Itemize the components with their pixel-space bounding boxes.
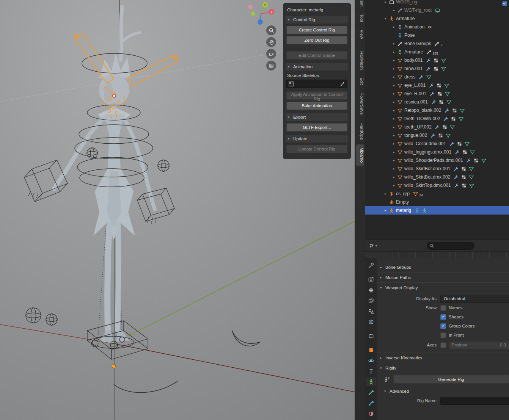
3d-viewport[interactable]: Y X Character: metarig ▾ Control Rig Cre… — [0, 0, 355, 420]
zero-out-rig-button[interactable]: Zero Out Rig — [286, 36, 347, 44]
outliner-row[interactable]: ▸teeth_UP.002 — [365, 123, 509, 131]
disclosure-closed-icon[interactable]: ▸ — [391, 183, 397, 187]
disclosure-closed-icon[interactable]: ▸ — [383, 0, 388, 4]
disclosure-open-icon[interactable]: ▾ — [383, 17, 388, 20]
disclosure-closed-icon[interactable]: ▸ — [383, 192, 388, 196]
disclosure-closed-icon[interactable]: ▸ — [391, 142, 397, 146]
tab-item[interactable]: Item — [356, 0, 364, 9]
generate-rig-button[interactable]: Generate Rig — [393, 375, 509, 384]
gizmo-z-ball[interactable] — [258, 19, 263, 25]
outliner-row[interactable]: ▸willo_SkirtBot.dmx.002 — [365, 173, 509, 181]
properties-tab-bone[interactable] — [366, 388, 376, 397]
disclosure-closed-icon[interactable]: ▸ — [391, 117, 397, 121]
properties-tab-bone-constraint[interactable] — [366, 398, 376, 407]
panel-motion-paths[interactable]: ▸ Motion Paths — [377, 272, 509, 282]
panel-inverse-kinematics[interactable]: ▸ Inverse Kinematics — [377, 353, 509, 363]
properties-tab-view-layer[interactable] — [366, 296, 376, 305]
disclosure-closed-icon[interactable]: ▸ — [383, 208, 388, 212]
disclosure-closed-icon[interactable]: ▸ — [391, 42, 397, 45]
outliner-row[interactable]: ▸body.001 — [365, 56, 509, 64]
disclosure-closed-icon[interactable]: ▸ — [391, 83, 397, 87]
disclosure-closed-icon[interactable]: ▸ — [391, 125, 397, 129]
group-colors-checkbox[interactable] — [440, 323, 446, 329]
outliner-row[interactable]: ▾Armature — [365, 14, 509, 23]
bake-animation-button[interactable]: Bake Animation — [286, 102, 347, 110]
outliner-row[interactable]: ▸Animation — [365, 23, 509, 31]
disclosure-closed-icon[interactable]: ▸ — [391, 108, 397, 112]
outliner-row[interactable]: ▸willo_ShoulderPads.dmx.001 — [365, 156, 509, 165]
section-animation[interactable]: ▾ Animation — [286, 63, 348, 71]
disclosure-closed-icon[interactable]: ▸ — [391, 158, 397, 162]
outliner-editor[interactable]: ▸WGTS_rig▸WGT-rig_root▾Armature▸Animatio… — [365, 0, 509, 240]
disclosure-closed-icon[interactable]: ▸ — [391, 133, 397, 137]
disclosure-closed-icon[interactable]: ▸ — [391, 150, 397, 154]
tab-edit[interactable]: Edit — [356, 74, 364, 88]
edit-control-shape-button[interactable]: Edit Control Shape — [286, 51, 347, 60]
disclosure-closed-icon[interactable]: ▸ — [391, 75, 397, 79]
zoom-button[interactable] — [266, 25, 276, 35]
eyedropper-icon[interactable] — [340, 81, 345, 86]
rig-name-field[interactable] — [440, 397, 509, 405]
properties-tab-object[interactable] — [366, 345, 376, 354]
disclosure-closed-icon[interactable]: ▸ — [391, 175, 397, 179]
outliner-row[interactable]: ▸resnica.001 — [365, 98, 509, 106]
properties-tab-output[interactable] — [366, 285, 376, 295]
axes-position-slider[interactable]: Position 0.0 — [449, 342, 509, 349]
panel-rigify[interactable]: ▾ Rigify — [377, 363, 509, 373]
camera-view-button[interactable] — [266, 49, 276, 59]
tab-hairmesh[interactable]: HairMesh — [356, 48, 364, 73]
outliner-row[interactable]: ▸WGT-rig_root — [365, 6, 509, 14]
panel-viewport-display[interactable]: ▾ Viewport Display — [377, 282, 509, 293]
source-skeleton-field[interactable] — [286, 80, 347, 88]
update-control-rig-button[interactable]: Update Control Rig — [286, 145, 347, 153]
outliner-row[interactable]: ▸Retopo_blank.002 — [365, 106, 509, 114]
object-origin-dot[interactable] — [112, 364, 116, 368]
tab-view[interactable]: View — [356, 27, 364, 42]
gizmo-neg-y-ball[interactable] — [251, 11, 255, 16]
disclosure-closed-icon[interactable]: ▸ — [391, 8, 397, 12]
outliner-row[interactable]: ▸willo_Collar.dmx.001 — [365, 139, 509, 148]
gltf-export-button[interactable]: GLTF Export... — [286, 123, 347, 132]
section-update[interactable]: ▾ Update — [286, 135, 348, 143]
outliner-row[interactable]: ▸eye_L.001 — [365, 81, 509, 89]
outliner-filter-checkbox[interactable] — [502, 1, 507, 6]
properties-tab-object-data[interactable] — [366, 377, 376, 386]
outliner-row[interactable]: ▸Armature195 — [365, 48, 509, 56]
properties-tab-world[interactable] — [366, 317, 376, 326]
outliner-row[interactable]: ▸eye_R.001 — [365, 89, 509, 98]
properties-search-input[interactable] — [427, 242, 474, 250]
disclosure-closed-icon[interactable]: ▸ — [391, 25, 397, 29]
outliner-row[interactable]: ▸teeth_DOWN.002 — [365, 114, 509, 123]
disclosure-closed-icon[interactable]: ▸ — [391, 67, 397, 71]
section-export[interactable]: ▾ Export — [286, 113, 348, 121]
tab-hardops[interactable]: HardOps — [356, 119, 364, 143]
outliner-row[interactable]: ▸cs_grp24 — [365, 190, 509, 198]
outliner-row[interactable]: ▸metarig — [365, 206, 509, 215]
properties-tab-collection[interactable] — [366, 331, 376, 340]
pan-button[interactable] — [266, 37, 276, 47]
outliner-row[interactable]: ▸willo_SkirtBot.dmx.001 — [365, 165, 509, 173]
outliner-row[interactable]: ▸willo_leggings.dmx.001 — [365, 148, 509, 156]
properties-tab-tool[interactable] — [366, 261, 376, 270]
in-front-checkbox[interactable] — [440, 332, 446, 338]
shapes-checkbox[interactable] — [440, 314, 446, 320]
grid-toggle-button[interactable] — [266, 61, 276, 71]
disclosure-closed-icon[interactable]: ▸ — [391, 167, 397, 171]
editor-type-button[interactable]: ▾ — [368, 242, 378, 249]
properties-tab-render[interactable] — [366, 275, 376, 284]
panel-advanced[interactable]: ▾ Advanced — [377, 386, 509, 396]
outliner-row[interactable]: ▸WGTS_rig — [365, 0, 509, 6]
create-control-rig-button[interactable]: Create Control Rig — [286, 26, 347, 34]
panel-bone-groups[interactable]: ▸ Bone Groups — [377, 262, 509, 272]
properties-tab-material[interactable] — [366, 409, 376, 418]
tab-mixamo[interactable]: Mixamo — [356, 144, 364, 166]
tab-powersave[interactable]: PowerSave — [356, 89, 364, 118]
gizmo-neg-x-ball[interactable] — [248, 5, 253, 9]
properties-tab-physics[interactable] — [366, 356, 376, 365]
names-checkbox[interactable] — [440, 305, 446, 311]
outliner-row[interactable]: ▸brow.001 — [365, 64, 509, 73]
outliner-row[interactable]: ▸tongue.002 — [365, 131, 509, 139]
disclosure-closed-icon[interactable]: ▸ — [391, 100, 397, 104]
disclosure-closed-icon[interactable]: ▸ — [391, 92, 397, 96]
apply-animation-button[interactable]: Apply Animation to Control Rig — [286, 91, 347, 100]
